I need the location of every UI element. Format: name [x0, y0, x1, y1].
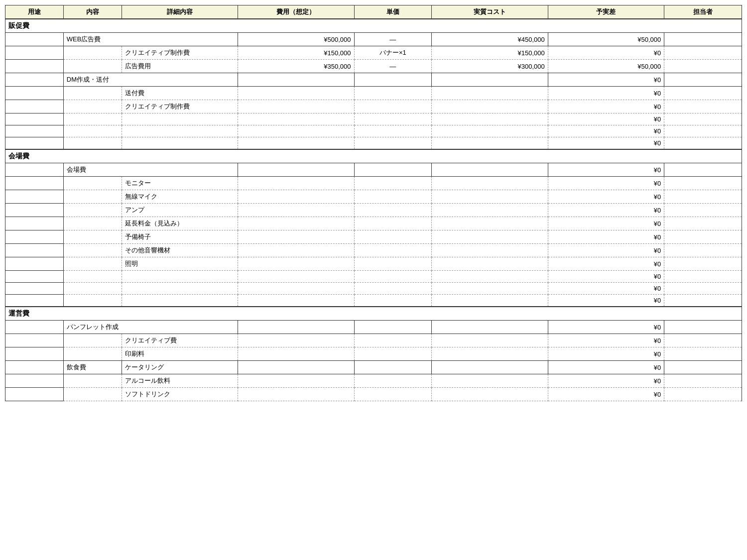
child-row: 印刷料¥0 — [5, 347, 742, 361]
child-row: モニター¥0 — [5, 177, 742, 190]
budget-table: 用途 内容 詳細内容 費用（想定） 単価 実質コスト 予実差 担当者 販促費WE… — [5, 5, 742, 401]
child-row: クリエイティブ制作費¥0 — [5, 100, 742, 113]
header-detail: 詳細内容 — [122, 5, 238, 19]
group-row: 飲食費ケータリング¥0 — [5, 361, 742, 374]
section-header: 運営費 — [5, 307, 742, 321]
group-row: WEB広告費¥500,000―¥450,000¥50,000 — [5, 33, 742, 46]
group-row: 会場費¥0 — [5, 163, 742, 177]
child-row: ¥0 — [5, 283, 742, 295]
header-row: 用途 内容 詳細内容 費用（想定） 単価 実質コスト 予実差 担当者 — [5, 5, 742, 19]
child-row: 予備椅子¥0 — [5, 230, 742, 244]
header-tanto: 担当者 — [664, 5, 742, 19]
group-row: パンフレット作成¥0 — [5, 321, 742, 334]
child-row: 照明¥0 — [5, 257, 742, 271]
header-cost-est: 費用（想定） — [238, 5, 355, 19]
child-row: 広告費用¥350,000―¥300,000¥50,000 — [5, 60, 742, 73]
header-yoto: 用途 — [5, 5, 64, 19]
section-header: 会場費 — [5, 149, 742, 163]
child-row: ¥0 — [5, 137, 742, 150]
child-row: クリエイティブ制作費¥150,000バナー×1¥150,000¥0 — [5, 46, 742, 60]
child-row: ¥0 — [5, 271, 742, 283]
header-tanka: 単価 — [354, 5, 432, 19]
header-jitsu: 実質コスト — [432, 5, 548, 19]
child-row: ¥0 — [5, 113, 742, 125]
child-row: ¥0 — [5, 125, 742, 137]
child-row: ソフトドリンク¥0 — [5, 388, 742, 401]
child-row: 延長料金（見込み）¥0 — [5, 217, 742, 230]
child-row: クリエイティブ費¥0 — [5, 334, 742, 347]
child-row: ¥0 — [5, 295, 742, 307]
child-row: 送付費¥0 — [5, 87, 742, 100]
header-naiyou: 内容 — [63, 5, 122, 19]
child-row: 無線マイク¥0 — [5, 190, 742, 204]
child-row: アルコール飲料¥0 — [5, 374, 742, 388]
child-row: その他音響機材¥0 — [5, 244, 742, 257]
section-header: 販促費 — [5, 19, 742, 33]
header-yojitsu: 予実差 — [548, 5, 664, 19]
group-row: DM作成・送付¥0 — [5, 73, 742, 87]
child-row: アンプ¥0 — [5, 204, 742, 217]
